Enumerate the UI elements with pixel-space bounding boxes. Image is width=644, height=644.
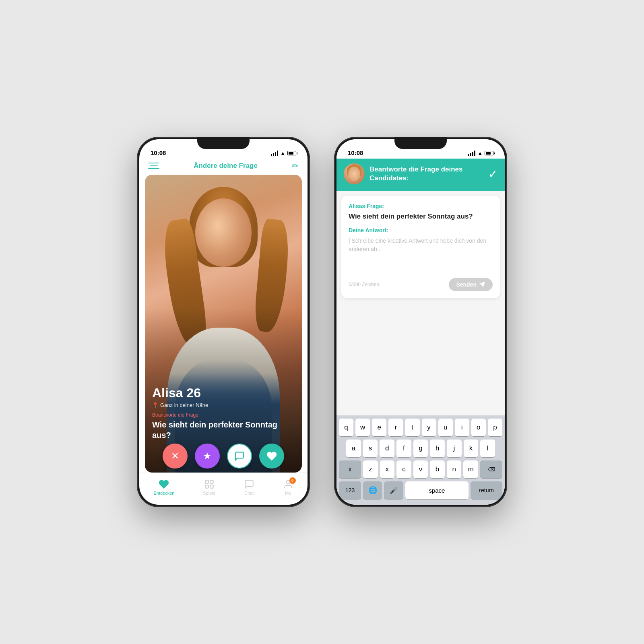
teal-header: Beantworte die Frage deines Candidates: … <box>336 159 505 191</box>
super-button[interactable]: ★ <box>195 444 220 469</box>
nav-me-badge-container: 0 <box>283 479 293 489</box>
svg-rect-1 <box>210 480 213 483</box>
filter-icon[interactable] <box>148 162 159 170</box>
nav-games-label: Spiele <box>203 491 215 495</box>
backspace-key[interactable]: ⌫ <box>480 460 502 478</box>
collapse-icon[interactable]: ✓ <box>488 167 497 181</box>
keyboard-row-4: 123 🌐 🎤 space return <box>339 481 502 499</box>
key-m[interactable]: m <box>463 460 478 478</box>
status-icons-2: ▲ <box>468 150 493 156</box>
nope-button[interactable]: ✕ <box>163 444 188 469</box>
globe-key[interactable]: 🌐 <box>363 481 382 499</box>
phone-1: 10:08 ▲ Ändere deine Fra <box>137 137 310 507</box>
key-o[interactable]: o <box>471 419 486 436</box>
like-button[interactable] <box>259 444 284 469</box>
header-text: Beantworte die Frage deines Candidates: <box>369 165 483 183</box>
return-key[interactable]: return <box>471 481 502 499</box>
key-e[interactable]: e <box>372 419 386 436</box>
key-j[interactable]: j <box>447 440 462 457</box>
key-n[interactable]: n <box>447 460 462 478</box>
svg-rect-0 <box>205 480 208 483</box>
nav-me[interactable]: 0 Me <box>283 479 293 495</box>
key-d[interactable]: d <box>380 440 394 457</box>
phone-2: 10:08 ▲ Beantworte die F <box>334 137 507 507</box>
spacer <box>336 303 505 415</box>
profile-location: 📍 Ganz in deiner Nähe <box>152 402 295 408</box>
svg-marker-6 <box>479 282 485 287</box>
profile-info: Alisa 26 📍 Ganz in deiner Nähe Beantwort… <box>152 386 295 440</box>
key-z[interactable]: z <box>363 460 378 478</box>
key-k[interactable]: k <box>464 440 479 457</box>
signal-icon-1 <box>271 151 278 156</box>
battery-icon-1 <box>287 151 296 155</box>
key-t[interactable]: t <box>405 419 419 436</box>
mic-key[interactable]: 🎤 <box>384 481 403 499</box>
key-l[interactable]: l <box>480 440 495 457</box>
topbar-title[interactable]: Ändere deine Frage <box>194 162 258 170</box>
nav-games[interactable]: Spiele <box>203 479 215 495</box>
notch-2 <box>394 137 447 149</box>
nav-discover-label: Entdecken <box>153 491 174 495</box>
svg-rect-2 <box>205 485 208 488</box>
key-b[interactable]: b <box>430 460 445 478</box>
bottom-nav: Entdecken Spiele Chat <box>139 473 308 505</box>
status-icons-1: ▲ <box>271 150 296 156</box>
notch-1 <box>197 137 250 149</box>
key-r[interactable]: r <box>388 419 403 436</box>
question-prefix: Beantworte die Frage: <box>152 412 295 418</box>
battery-icon-2 <box>485 151 493 155</box>
space-key[interactable]: space <box>405 481 469 499</box>
profile-name-age: Alisa 26 <box>152 386 295 400</box>
header-title: Beantworte die Frage deines Candidates: <box>369 165 483 183</box>
keyboard-row-2: a s d f g h j k l <box>339 440 502 457</box>
chat-button[interactable] <box>227 444 252 469</box>
action-buttons: ✕ ★ <box>145 438 302 473</box>
key-p[interactable]: p <box>488 419 502 436</box>
numbers-key[interactable]: 123 <box>339 481 361 499</box>
key-g[interactable]: g <box>413 440 428 457</box>
nav-discover[interactable]: Entdecken <box>153 479 174 495</box>
header-avatar <box>344 163 365 184</box>
answer-card: Alisas Frage: Wie sieht dein perfekter S… <box>341 196 500 298</box>
answer-footer: 0/500 Zeichen Senden <box>349 274 493 291</box>
status-time-2: 10:08 <box>348 149 363 156</box>
keyboard-row-3: ⇧ z x c v b n m ⌫ <box>339 460 502 478</box>
key-f[interactable]: f <box>396 440 411 457</box>
key-c[interactable]: c <box>396 460 411 478</box>
key-h[interactable]: h <box>430 440 445 457</box>
status-time-1: 10:08 <box>151 149 166 156</box>
key-w[interactable]: w <box>355 419 370 436</box>
key-y[interactable]: y <box>422 419 436 436</box>
profile-photo: Alisa 26 📍 Ganz in deiner Nähe Beantwort… <box>145 175 302 473</box>
answer-input[interactable]: | Schreibe eine kreative Antwort und heb… <box>349 237 493 269</box>
nav-chat-label: Chat <box>244 491 254 495</box>
wifi-icon-1: ▲ <box>280 150 285 156</box>
key-v[interactable]: v <box>413 460 428 478</box>
edit-icon[interactable]: ✏ <box>292 161 299 171</box>
key-a[interactable]: a <box>346 440 361 457</box>
question-label: Alisas Frage: <box>349 203 493 209</box>
key-q[interactable]: q <box>339 419 353 436</box>
nav-chat[interactable]: Chat <box>244 479 254 495</box>
wifi-icon-2: ▲ <box>477 150 483 156</box>
key-i[interactable]: i <box>455 419 469 436</box>
profile-card: Alisa 26 📍 Ganz in deiner Nähe Beantwort… <box>145 175 302 473</box>
char-count: 0/500 Zeichen <box>349 282 379 287</box>
key-u[interactable]: u <box>438 419 453 436</box>
svg-rect-3 <box>210 485 213 488</box>
topbar-1: Ändere deine Frage ✏ <box>139 159 308 175</box>
question-text: Wie sieht dein perfekter Sonntag aus? <box>349 212 493 221</box>
profile-question: Wie sieht dein perfekter Sonntag aus? <box>152 419 295 440</box>
signal-icon-2 <box>468 151 475 156</box>
key-x[interactable]: x <box>380 460 395 478</box>
me-badge: 0 <box>289 477 296 484</box>
shift-key[interactable]: ⇧ <box>339 460 361 478</box>
key-s[interactable]: s <box>363 440 378 457</box>
send-button[interactable]: Senden <box>449 278 493 291</box>
answer-label: Deine Antwort: <box>349 227 493 233</box>
keyboard: q w e r t y u i o p a s d f g h j k <box>336 415 505 505</box>
keyboard-row-1: q w e r t y u i o p <box>339 419 502 436</box>
nav-me-label: Me <box>285 491 291 495</box>
